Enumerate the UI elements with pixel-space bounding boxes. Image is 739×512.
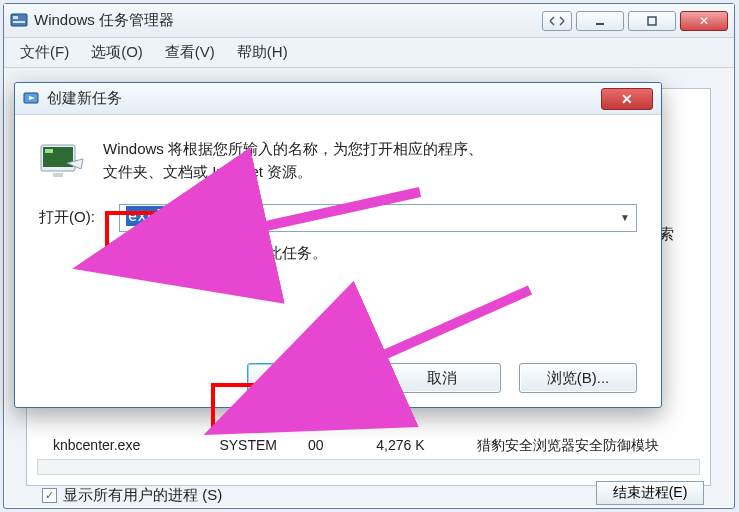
close-button[interactable]: ✕	[680, 11, 728, 31]
menu-file[interactable]: 文件(F)	[12, 40, 77, 65]
dialog-description: Windows 将根据您所输入的名称，为您打开相应的程序、 文件夹、文档或 In…	[103, 137, 483, 184]
create-task-dialog: 创建新任务 ✕ Windows 将根据您所输入的名称，为您打开相应的程序、 文件…	[14, 82, 662, 408]
svg-rect-0	[11, 14, 27, 26]
open-combobox[interactable]: explorer ▼	[119, 204, 637, 232]
dialog-title: 创建新任务	[47, 89, 601, 108]
svg-rect-4	[648, 17, 656, 25]
proc-user: SYSTEM	[219, 437, 299, 453]
svg-rect-9	[45, 149, 53, 153]
shield-icon	[119, 244, 137, 262]
menu-options[interactable]: 选项(O)	[83, 40, 151, 65]
main-titlebar[interactable]: Windows 任务管理器 ✕	[4, 4, 734, 38]
proc-desc: 猎豹安全浏览器安全防御模块	[477, 437, 659, 453]
menu-view[interactable]: 查看(V)	[157, 40, 223, 65]
main-menu-bar: 文件(F) 选项(O) 查看(V) 帮助(H)	[4, 38, 734, 68]
svg-rect-1	[13, 16, 18, 19]
show-all-users-label: 显示所有用户的进程 (S)	[63, 486, 222, 505]
run-program-icon	[39, 137, 85, 183]
proc-cpu: 00	[308, 437, 368, 453]
end-process-button[interactable]: 结束进程(E)	[596, 481, 704, 505]
admin-label: 使用管理权限创建此任务。	[147, 244, 327, 263]
open-label: 打开(O):	[39, 208, 109, 227]
dialog-close-button[interactable]: ✕	[601, 88, 653, 110]
open-input-value: explorer	[126, 206, 206, 226]
dialog-desc-line2: 文件夹、文档或 Internet 资源。	[103, 160, 483, 183]
menu-help[interactable]: 帮助(H)	[229, 40, 296, 65]
main-title: Windows 任务管理器	[34, 11, 538, 30]
process-row[interactable]: knbcenter.exe SYSTEM 00 4,276 K 猎豹安全浏览器安…	[53, 437, 659, 455]
task-manager-icon	[10, 12, 28, 30]
footer-checkbox-row[interactable]: ✓ 显示所有用户的进程 (S)	[42, 486, 222, 505]
horizontal-scrollbar[interactable]	[37, 459, 700, 475]
cancel-button[interactable]: 取消	[383, 363, 501, 393]
svg-rect-10	[53, 173, 63, 177]
combobox-arrow-icon[interactable]: ▼	[614, 205, 636, 231]
dialog-desc-line1: Windows 将根据您所输入的名称，为您打开相应的程序、	[103, 137, 483, 160]
minimize-button[interactable]	[576, 11, 624, 31]
ok-button[interactable]: 确定	[247, 363, 365, 393]
maximize-button[interactable]	[628, 11, 676, 31]
run-dialog-icon	[23, 90, 41, 108]
svg-rect-2	[13, 21, 25, 23]
compat-button[interactable]	[542, 11, 572, 31]
dialog-titlebar[interactable]: 创建新任务 ✕	[15, 83, 661, 115]
show-all-users-checkbox[interactable]: ✓	[42, 488, 57, 503]
proc-mem: 4,276 K	[376, 437, 468, 453]
proc-name: knbcenter.exe	[53, 437, 211, 453]
browse-button[interactable]: 浏览(B)...	[519, 363, 637, 393]
open-input[interactable]: explorer	[119, 204, 637, 232]
